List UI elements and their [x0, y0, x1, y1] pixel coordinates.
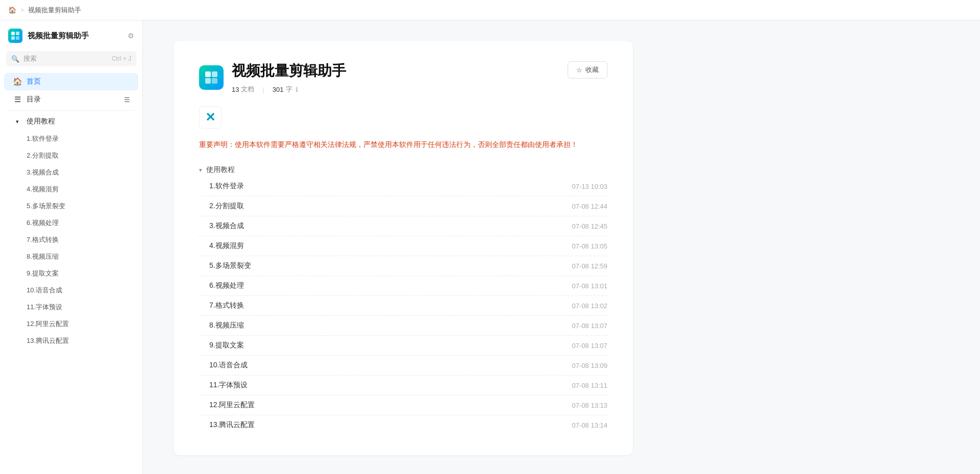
toc-item-date: 07-08 13:07	[572, 322, 607, 330]
toc-item-name: 3.视频合成	[209, 221, 572, 231]
toc-item-name: 13.腾讯云配置	[209, 420, 572, 430]
svg-rect-6	[205, 78, 211, 84]
toc-item-date: 07-08 13:05	[572, 242, 607, 250]
svg-rect-3	[16, 36, 19, 40]
toc-item-date: 07-08 12:45	[572, 222, 607, 230]
doc-header: 视频批量剪辑助手 13 文档 | 301 字 ℹ	[199, 61, 607, 94]
toc-section-header[interactable]: ▾ 使用教程	[199, 165, 607, 174]
toc-item[interactable]: 12.阿里云配置 07-08 13:13	[199, 395, 607, 415]
sidebar-item-home[interactable]: 🏠 首页	[4, 73, 138, 90]
sidebar-settings-icon[interactable]: ⚙	[128, 32, 134, 40]
toc-item-date: 07-08 13:11	[572, 382, 607, 389]
doc-count-number: 13	[232, 86, 239, 93]
item-13-label: 13.腾讯云配置	[27, 336, 69, 345]
notice-text: 重要声明：使用本软件需要严格遵守相关法律法规，严禁使用本软件用于任何违法行为，否…	[199, 139, 607, 150]
item-6-label: 6.视频处理	[27, 218, 59, 228]
search-shortcut: Ctrl + J	[112, 55, 131, 62]
sidebar-item-3[interactable]: 3.视频合成	[4, 164, 138, 181]
sidebar-item-11[interactable]: 11.字体预设	[4, 299, 138, 315]
svg-rect-5	[212, 71, 217, 77]
sidebar-app-title: 视频批量剪辑助手	[28, 31, 89, 41]
toc-item[interactable]: 9.提取文案 07-08 13:07	[199, 336, 607, 356]
doc-container: 视频批量剪辑助手 13 文档 | 301 字 ℹ	[174, 41, 633, 455]
collapse-icon: ▾	[12, 118, 22, 125]
toc-item[interactable]: 3.视频合成 07-08 12:45	[199, 216, 607, 236]
svg-rect-1	[16, 32, 19, 35]
xmind-x-letter: ✕	[205, 110, 215, 124]
sidebar-item-2[interactable]: 2.分割提取	[4, 147, 138, 164]
item-5-label: 5.多场景裂变	[27, 202, 65, 211]
toc-item[interactable]: 1.软件登录 07-13 10:03	[199, 177, 607, 196]
home-icon: 🏠	[8, 6, 16, 14]
sidebar-item-6[interactable]: 6.视频处理	[4, 215, 138, 231]
doc-title-area: 视频批量剪辑助手 13 文档 | 301 字 ℹ	[199, 61, 346, 94]
favorite-button[interactable]: ☆ 收藏	[568, 61, 607, 79]
sidebar-item-10[interactable]: 10.语音合成	[4, 282, 138, 298]
main-content: 视频批量剪辑助手 13 文档 | 301 字 ℹ	[143, 20, 980, 474]
sidebar-section-tutorials[interactable]: ▾ 使用教程	[4, 113, 138, 130]
item-1-label: 1.软件登录	[27, 134, 59, 143]
doc-meta: 13 文档 | 301 字 ℹ	[232, 85, 346, 94]
doc-count-label: 文档	[241, 85, 254, 94]
toc-item-date: 07-08 13:01	[572, 282, 607, 290]
item-2-label: 2.分割提取	[27, 151, 59, 160]
toc-item-date: 07-08 13:14	[572, 421, 607, 429]
toc-item[interactable]: 10.语音合成 07-08 13:09	[199, 356, 607, 376]
item-3-label: 3.视频合成	[27, 168, 59, 177]
doc-icon	[199, 65, 224, 90]
sidebar-item-4[interactable]: 4.视频混剪	[4, 181, 138, 197]
toc-item-name: 12.阿里云配置	[209, 401, 572, 410]
toc-item[interactable]: 6.视频处理 07-08 13:01	[199, 276, 607, 296]
toc-item-name: 1.软件登录	[209, 182, 572, 191]
sidebar-search[interactable]: 🔍 搜索 Ctrl + J	[6, 51, 136, 66]
toc-item-date: 07-08 13:02	[572, 302, 607, 310]
toc-item-date: 07-08 12:44	[572, 203, 607, 210]
sidebar-item-12[interactable]: 12.阿里云配置	[4, 316, 138, 332]
toc-list: 1.软件登录 07-13 10:03 2.分割提取 07-08 12:44 3.…	[199, 177, 607, 435]
sidebar-nav: 🏠 首页 ☰ 目录 ☰ ▾ 使用教程 1.软件登录 2.分割	[0, 70, 142, 474]
toc-item[interactable]: 13.腾讯云配置 07-08 13:14	[199, 415, 607, 435]
sidebar-item-7[interactable]: 7.格式转换	[4, 232, 138, 248]
item-12-label: 12.阿里云配置	[27, 319, 69, 329]
toc-item-name: 8.视频压缩	[209, 321, 572, 330]
toc-section-label: 使用教程	[206, 165, 235, 174]
home-nav-icon: 🏠	[12, 77, 22, 86]
toc-nav-label: 目录	[27, 95, 41, 104]
toc-item[interactable]: 11.字体预设 07-08 13:11	[199, 376, 607, 395]
toc-item[interactable]: 4.视频混剪 07-08 13:05	[199, 236, 607, 256]
breadcrumb-title: 视频批量剪辑助手	[28, 6, 81, 15]
star-icon: ☆	[576, 66, 582, 74]
xmind-icon: ✕	[199, 106, 222, 129]
top-bar: 🏠 > 视频批量剪辑助手	[0, 0, 980, 20]
app-logo-area: ✕	[199, 106, 607, 129]
toc-item[interactable]: 8.视频压缩 07-08 13:07	[199, 316, 607, 336]
sidebar-item-9[interactable]: 9.提取文案	[4, 265, 138, 282]
nav-divider	[8, 110, 134, 111]
toc-item-date: 07-08 12:59	[572, 262, 607, 270]
toc-item[interactable]: 7.格式转换 07-08 13:02	[199, 296, 607, 316]
toc-item-name: 9.提取文案	[209, 341, 572, 350]
toc-section: ▾ 使用教程 1.软件登录 07-13 10:03 2.分割提取 07-08 1…	[199, 165, 607, 435]
char-count-number: 301	[273, 86, 284, 93]
toc-item[interactable]: 2.分割提取 07-08 12:44	[199, 196, 607, 216]
breadcrumb-separator: >	[20, 7, 24, 14]
toc-item-name: 10.语音合成	[209, 361, 572, 370]
home-nav-label: 首页	[27, 77, 41, 86]
toc-item-name: 5.多场景裂变	[209, 261, 572, 270]
section-label: 使用教程	[27, 117, 55, 126]
sidebar-item-5[interactable]: 5.多场景裂变	[4, 198, 138, 214]
toc-list-icon: ☰	[124, 96, 130, 104]
sidebar-item-toc[interactable]: ☰ 目录 ☰	[4, 91, 138, 108]
toc-item-date: 07-08 13:13	[572, 402, 607, 409]
char-count-label: 字	[286, 85, 292, 94]
sidebar-header: 视频批量剪辑助手 ⚙	[0, 20, 142, 47]
toc-item[interactable]: 5.多场景裂变 07-08 12:59	[199, 256, 607, 276]
sidebar-item-8[interactable]: 8.视频压缩	[4, 248, 138, 265]
item-11-label: 11.字体预设	[27, 303, 62, 312]
sidebar-item-13[interactable]: 13.腾讯云配置	[4, 333, 138, 349]
item-7-label: 7.格式转换	[27, 235, 59, 244]
doc-count: 13 文档	[232, 85, 254, 94]
svg-rect-7	[212, 78, 217, 84]
app-layout: 视频批量剪辑助手 ⚙ 🔍 搜索 Ctrl + J 🏠 首页 ☰ 目录 ☰	[0, 20, 980, 474]
sidebar-item-1[interactable]: 1.软件登录	[4, 131, 138, 147]
